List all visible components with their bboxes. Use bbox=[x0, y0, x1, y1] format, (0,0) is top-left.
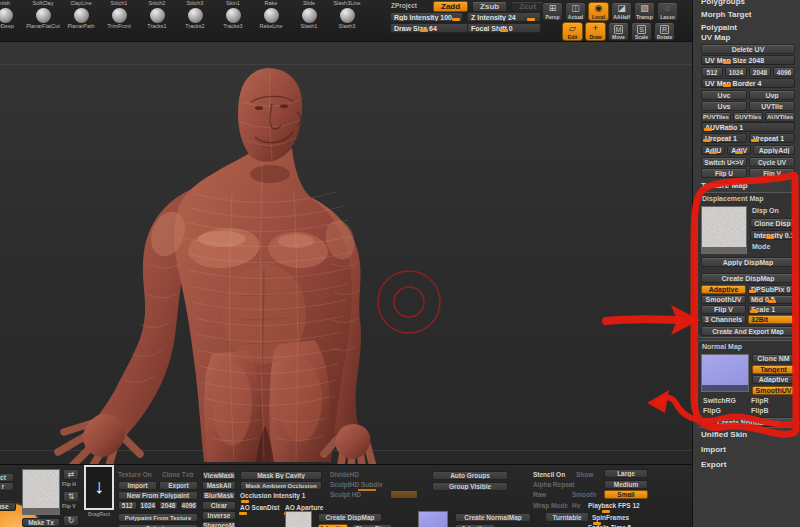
view-button[interactable]: S Scale bbox=[631, 22, 652, 41]
uv-repeat-slider[interactable]: Urepeat 1 bbox=[701, 133, 747, 143]
occlusion-intensity-slider[interactable]: Occlusion Intensity 1 bbox=[240, 492, 322, 499]
uv-size-button[interactable]: 2048 bbox=[749, 67, 771, 77]
view-button[interactable]: + Draw bbox=[585, 22, 606, 41]
disp-option-value[interactable]: DPSubPix 0 bbox=[748, 285, 795, 294]
view-button[interactable]: ▱ Edit bbox=[562, 22, 583, 41]
slider-knob[interactable] bbox=[704, 128, 712, 131]
view-button[interactable]: ◫ Actual bbox=[565, 2, 586, 21]
z-intensity-slider[interactable]: Z Intensity 24 bbox=[467, 12, 541, 22]
mask-button[interactable]: ViewMask bbox=[202, 471, 236, 480]
palette-section-header[interactable]: Polygroups bbox=[701, 0, 795, 6]
brush-sphere-icon[interactable] bbox=[226, 8, 241, 23]
normal-option[interactable]: FlipG bbox=[701, 406, 747, 415]
view-button[interactable]: R Rotate bbox=[654, 22, 675, 41]
left-stub-button[interactable]: use bbox=[0, 502, 16, 511]
create-and-export-map-button[interactable]: Create And Export Map bbox=[701, 326, 795, 336]
create-dispmap-button-bottom[interactable]: Create DispMap bbox=[318, 513, 382, 522]
brush-sphere-icon[interactable] bbox=[150, 8, 165, 23]
slider-knob[interactable] bbox=[527, 18, 535, 21]
stencil-size-button[interactable]: Large bbox=[604, 469, 648, 478]
normal-map-title[interactable]: Normal Map bbox=[698, 341, 796, 350]
normal-option[interactable]: SwitchRG bbox=[701, 396, 747, 405]
create-dispmap-button[interactable]: Create DispMap bbox=[701, 273, 795, 283]
clone-disp-button[interactable]: Clone Disp bbox=[750, 218, 795, 228]
texture-import-button[interactable]: Import bbox=[118, 481, 157, 490]
disp-mode-toggle[interactable]: Mode bbox=[750, 242, 795, 252]
spinframes-slider[interactable]: SpinFrames bbox=[592, 514, 652, 521]
texture-thumbnail[interactable] bbox=[22, 469, 60, 515]
mask-button[interactable]: Clear bbox=[202, 501, 236, 510]
uv-size-button[interactable]: 512 bbox=[701, 67, 723, 77]
normal-map-button[interactable]: Clone NM bbox=[752, 354, 795, 363]
auv-ratio-slider[interactable]: AUVRatio 1 bbox=[701, 122, 795, 132]
brush-item[interactable]: Stitch2 Tracks1 bbox=[138, 0, 176, 30]
view-button[interactable]: ◉ Local bbox=[588, 2, 609, 21]
normal-thumbnail-small[interactable] bbox=[418, 511, 448, 527]
brush-item[interactable]: Rake RakeLine bbox=[252, 0, 290, 30]
view-button[interactable]: ▨ Transp bbox=[634, 2, 655, 21]
mask-by-cavity-button[interactable]: Mask By Cavity bbox=[240, 471, 322, 480]
brush-sphere-icon[interactable] bbox=[302, 8, 317, 23]
sculpt-mode-button[interactable]: Zcut bbox=[511, 1, 544, 12]
auto-groups-button[interactable]: Auto Groups bbox=[432, 471, 508, 480]
slider-knob[interactable] bbox=[723, 84, 731, 87]
uv-button[interactable]: UVTile bbox=[749, 101, 795, 111]
mask-button[interactable]: SharpenMask bbox=[202, 521, 236, 527]
uv-map-header[interactable]: UV Map bbox=[701, 33, 795, 42]
zproject-label[interactable]: ZProject bbox=[391, 2, 417, 9]
left-stub-button[interactable]: r bbox=[0, 482, 14, 491]
disp-option-value[interactable]: Mid 0.5 bbox=[748, 295, 795, 304]
texture-size-button[interactable]: 2048 bbox=[159, 501, 178, 510]
create-normalmap-button[interactable]: Create NormalMap bbox=[701, 417, 795, 427]
view-button[interactable]: M Move bbox=[608, 22, 629, 41]
palette-section-header[interactable]: Export bbox=[701, 460, 795, 469]
disp-option-button[interactable]: Flip V bbox=[701, 305, 746, 314]
texture-size-button[interactable]: 4096 bbox=[180, 501, 199, 510]
slider-knob[interactable] bbox=[723, 61, 731, 64]
focal-shift-slider[interactable]: Focal Shift 0 bbox=[467, 23, 541, 33]
disp-option-button[interactable]: Adaptive bbox=[701, 285, 746, 294]
uv-button[interactable]: Flip U bbox=[701, 168, 747, 178]
mask-button[interactable]: BlurMask bbox=[202, 491, 236, 500]
rotate-icon[interactable]: ↻ bbox=[63, 515, 79, 526]
sculpt-canvas[interactable] bbox=[0, 42, 692, 464]
ao-slider[interactable]: AO Aparture bbox=[285, 504, 326, 511]
brush-item[interactable]: ClayLine PlanarPath bbox=[62, 0, 100, 30]
adj-slider[interactable]: AdjV bbox=[727, 145, 751, 155]
brush-item[interactable]: Stitch1 TrimFront bbox=[100, 0, 138, 30]
slider-knob[interactable] bbox=[500, 29, 508, 32]
polypaint-from-texture-button[interactable]: Polypaint From Texture bbox=[118, 513, 198, 522]
new-from-polypaint-button[interactable]: New From Polypaint bbox=[118, 491, 198, 500]
uv-size-button[interactable]: 1024 bbox=[725, 67, 747, 77]
apply-dispmap-button[interactable]: Apply DispMap bbox=[701, 257, 795, 267]
uv-map-border-slider[interactable]: UV Map Border 4 bbox=[701, 78, 795, 88]
uv-button[interactable]: Uvs bbox=[701, 101, 747, 111]
mask-button[interactable]: Inverse bbox=[202, 511, 236, 520]
brush-sphere-icon[interactable] bbox=[74, 8, 89, 23]
displacement-map-title[interactable]: Displacement Map bbox=[698, 193, 796, 202]
disp-intensity-slider[interactable]: Intensity 0.1 bbox=[750, 230, 795, 240]
brush-sphere-icon[interactable] bbox=[112, 8, 127, 23]
uv-tiles-button[interactable]: AUVTiles bbox=[765, 112, 795, 122]
texture-size-button[interactable]: 1024 bbox=[139, 501, 158, 510]
normal-map-button[interactable]: Tangent bbox=[752, 365, 795, 374]
brush-sphere-icon[interactable] bbox=[0, 8, 13, 23]
view-button[interactable]: ◪ AAHalf bbox=[611, 2, 632, 21]
left-stub-button[interactable]: ct bbox=[0, 473, 14, 482]
slider-knob[interactable] bbox=[452, 18, 460, 21]
brush-sphere-icon[interactable] bbox=[264, 8, 279, 23]
uv-button[interactable]: Flip V bbox=[749, 168, 795, 178]
brush-item[interactable]: Skin1 Tracks3 bbox=[214, 0, 252, 30]
adj-slider[interactable]: AdjU bbox=[701, 145, 725, 155]
displacement-thumbnail[interactable] bbox=[701, 206, 747, 254]
disp-thumbnail-small[interactable] bbox=[285, 511, 312, 527]
disp-on-toggle[interactable]: Disp On bbox=[750, 206, 795, 216]
create-normalmap-button-bottom[interactable]: Create NormalMap bbox=[455, 513, 531, 522]
sculpt-mode-button[interactable]: Zadd bbox=[433, 1, 468, 12]
palette-section-header[interactable]: Unified Skin bbox=[701, 430, 795, 439]
normal-map-button[interactable]: Adaptive bbox=[752, 375, 795, 384]
mask-button[interactable]: MaskAll bbox=[202, 481, 236, 490]
uv-repeat-slider[interactable]: Vrepeat 1 bbox=[749, 133, 795, 143]
normal-map-button[interactable]: SmoothUV bbox=[752, 386, 795, 395]
uv-button[interactable]: Uvp bbox=[749, 90, 795, 100]
